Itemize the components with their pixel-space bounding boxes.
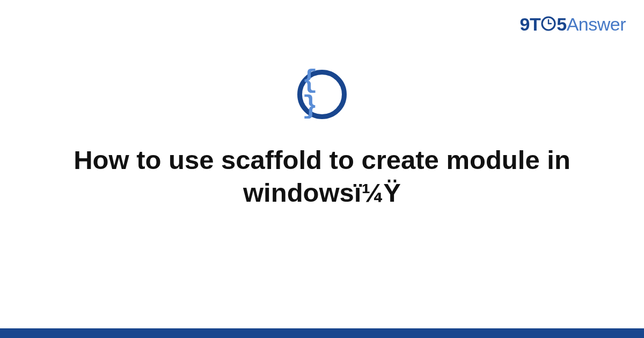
logo-answer: Answer xyxy=(567,14,626,34)
clock-icon xyxy=(540,16,557,32)
braces-glyph: { } xyxy=(302,68,342,119)
page-title: How to use scaffold to create module in … xyxy=(32,144,612,209)
code-braces-icon: { } xyxy=(297,70,347,119)
logo-t: T xyxy=(530,14,540,34)
logo-nine: 9 xyxy=(520,14,530,34)
bottom-accent-bar xyxy=(0,328,644,338)
logo-five: 5 xyxy=(557,14,566,34)
site-logo: 9T 5Answer xyxy=(520,14,626,35)
